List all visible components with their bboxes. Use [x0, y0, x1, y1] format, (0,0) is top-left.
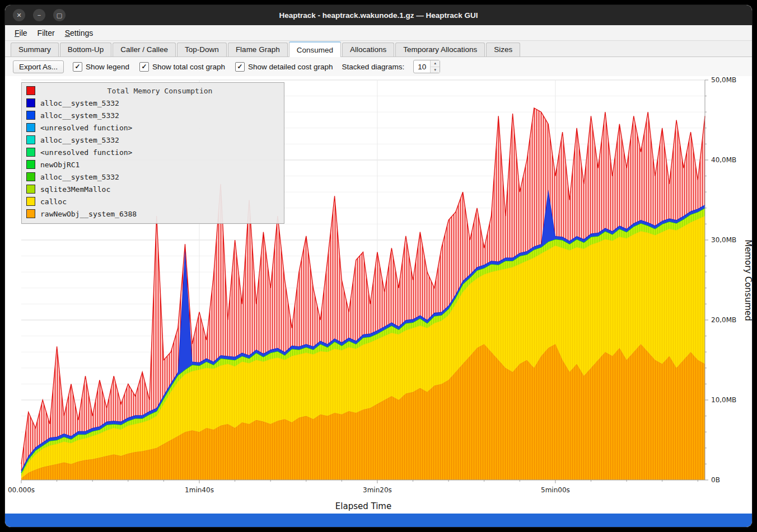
maximize-icon: ▢	[57, 12, 62, 18]
x-tick-label: 3min20s	[363, 486, 392, 494]
legend-swatch	[26, 197, 35, 206]
maximize-button[interactable]: ▢	[53, 9, 66, 21]
y-tick-label: 10,0MB	[711, 396, 736, 404]
toolbar-checkboxes: ✓Show legend✓Show total cost graph✓Show …	[73, 62, 333, 72]
checkbox-show-legend[interactable]: ✓Show legend	[73, 62, 129, 72]
menu-file[interactable]: File	[10, 26, 32, 40]
checkmark-icon: ✓	[235, 62, 245, 72]
chart-area: 00.000s1min40s3min20s5min00s0B10,0MB20,0…	[5, 76, 752, 514]
tab-temporary-allocations[interactable]: Temporary Allocations	[395, 43, 485, 57]
y-tick-label: 30,0MB	[711, 236, 736, 244]
tab-top-down[interactable]: Top-Down	[177, 43, 227, 57]
tab-flame-graph[interactable]: Flame Graph	[228, 43, 288, 57]
legend-label: alloc__system_5332	[40, 173, 119, 181]
tab-bar: SummaryBottom-UpCaller / CalleeTop-DownF…	[5, 41, 752, 57]
x-tick-label: 00.000s	[8, 486, 35, 494]
minimize-button[interactable]: −	[33, 9, 45, 21]
tab-consumed[interactable]: Consumed	[289, 41, 341, 57]
legend-swatch	[26, 160, 35, 169]
checkmark-icon: ✓	[139, 62, 149, 72]
minimize-icon: −	[38, 12, 41, 18]
title-bar[interactable]: ✕−▢ Heaptrack - heaptrack.wakunode.1.gz …	[5, 5, 752, 25]
legend-swatch	[26, 185, 35, 194]
spin-down-button[interactable]: ▼	[431, 67, 440, 73]
menu-settings[interactable]: Settings	[60, 26, 99, 40]
chart-legend: Total Memory Consumption alloc__system_5…	[21, 82, 284, 224]
legend-item: sqlite3MemMalloc	[26, 183, 279, 195]
y-axis-title: Memory Consumed	[743, 239, 753, 321]
legend-item: <unresolved function>	[26, 121, 279, 134]
legend-label: alloc__system_5332	[40, 136, 119, 144]
legend-item: newObjRC1	[26, 158, 279, 171]
legend-item: alloc__system_5332	[26, 171, 279, 183]
checkbox-label: Show detailed cost graph	[248, 63, 333, 71]
export-as-button[interactable]: Export As...	[13, 60, 64, 73]
close-button[interactable]: ✕	[13, 9, 25, 21]
legend-item: <unresolved function>	[26, 146, 279, 158]
window-title: Heaptrack - heaptrack.wakunode.1.gz — He…	[5, 11, 752, 20]
legend-label: <unresolved function>	[40, 148, 132, 157]
legend-swatch	[26, 98, 35, 107]
legend-swatch-total	[26, 86, 35, 95]
menu-bar: FileFilterSettings	[5, 25, 752, 41]
legend-item: calloc	[26, 195, 279, 208]
x-tick-label: 5min00s	[541, 486, 570, 494]
legend-label: newObjRC1	[40, 161, 80, 169]
legend-swatch	[26, 209, 35, 218]
spinbox-arrows: ▲ ▼	[430, 60, 440, 73]
checkbox-label: Show legend	[86, 63, 129, 71]
legend-swatch	[26, 172, 35, 181]
close-icon: ✕	[16, 12, 21, 18]
toolbar: Export As... ✓Show legend✓Show total cos…	[5, 57, 752, 76]
legend-label: alloc__system_5332	[40, 99, 119, 107]
y-tick-label: 20,0MB	[711, 316, 736, 324]
window-controls: ✕−▢	[13, 9, 66, 21]
legend-label: rawNewObj__system_6388	[40, 210, 137, 218]
spin-up-button[interactable]: ▲	[431, 60, 440, 67]
y-tick-label: 0B	[711, 476, 720, 484]
menu-filter[interactable]: Filter	[32, 26, 60, 40]
x-tick-label: 1min40s	[185, 486, 214, 494]
legend-swatch	[26, 111, 35, 120]
spinbox-value: 10	[414, 63, 430, 71]
stacked-diagrams-spinbox[interactable]: 10 ▲ ▼	[413, 60, 440, 73]
legend-title: Total Memory Consumption	[40, 87, 279, 95]
legend-label: calloc	[40, 197, 67, 206]
legend-label: sqlite3MemMalloc	[40, 185, 110, 194]
y-tick-label: 40,0MB	[711, 156, 736, 164]
tab-sizes[interactable]: Sizes	[486, 43, 520, 57]
checkmark-icon: ✓	[73, 62, 82, 72]
legend-items: alloc__system_5332alloc__system_5332<unr…	[26, 97, 279, 220]
bottom-strip	[5, 514, 752, 527]
legend-swatch	[26, 148, 35, 157]
legend-item: rawNewObj__system_6388	[26, 208, 279, 220]
legend-item: alloc__system_5332	[26, 109, 279, 121]
legend-item: alloc__system_5332	[26, 134, 279, 146]
legend-item: alloc__system_5332	[26, 97, 279, 109]
legend-label: <unresolved function>	[40, 124, 132, 132]
y-tick-label: 50,0MB	[711, 76, 736, 84]
tab-allocations[interactable]: Allocations	[342, 43, 394, 57]
app-window: ✕−▢ Heaptrack - heaptrack.wakunode.1.gz …	[4, 4, 753, 528]
legend-swatch	[26, 135, 35, 144]
stacked-diagrams-label: Stacked diagrams:	[342, 63, 405, 71]
x-axis-title: Elapsed Time	[335, 501, 391, 511]
legend-label: alloc__system_5332	[40, 111, 119, 120]
tab-summary[interactable]: Summary	[11, 43, 59, 57]
tab-bottom-up[interactable]: Bottom-Up	[60, 43, 112, 57]
checkbox-show-total-cost-graph[interactable]: ✓Show total cost graph	[139, 62, 225, 72]
legend-title-row: Total Memory Consumption	[26, 84, 279, 97]
tab-caller-callee[interactable]: Caller / Callee	[113, 43, 176, 57]
checkbox-label: Show total cost graph	[152, 63, 225, 71]
checkbox-show-detailed-cost-graph[interactable]: ✓Show detailed cost graph	[235, 62, 333, 72]
legend-swatch	[26, 123, 35, 132]
